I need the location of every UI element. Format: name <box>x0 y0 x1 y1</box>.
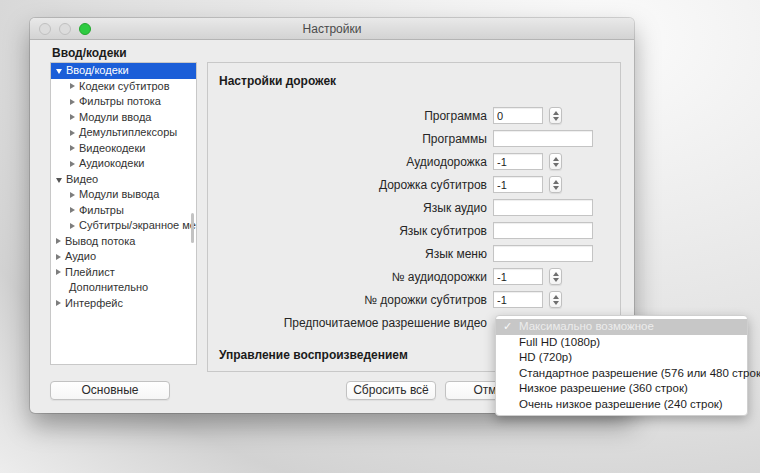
stepper-down-icon[interactable] <box>553 278 559 282</box>
audio-language-field[interactable] <box>493 199 593 216</box>
menu-item-very-low[interactable]: Очень низкое разрешение (240 строк) <box>496 397 747 413</box>
disclosure-right-icon[interactable] <box>70 130 75 136</box>
menu-item-label: Стандартное разрешение (576 или 480 стро… <box>519 367 760 379</box>
audio-track-stepper[interactable] <box>549 153 562 170</box>
subtitle-track-stepper[interactable] <box>549 176 562 193</box>
basic-mode-button[interactable]: Основные <box>50 381 170 400</box>
audio-track-id-field[interactable] <box>493 268 543 285</box>
stepper-up-icon[interactable] <box>553 111 559 115</box>
menu-item-hd[interactable]: HD (720p) <box>496 350 747 366</box>
field-label: Язык меню <box>208 247 493 261</box>
stepper-up-icon[interactable] <box>553 157 559 161</box>
sidebar-item-audio[interactable]: Аудио <box>51 249 196 265</box>
disclosure-right-icon[interactable] <box>70 114 75 120</box>
titlebar[interactable]: Настройки <box>30 18 634 40</box>
menu-item-sd[interactable]: Стандартное разрешение (576 или 480 стро… <box>496 366 747 382</box>
field-label: Программа <box>208 109 493 123</box>
stepper-down-icon[interactable] <box>553 163 559 167</box>
playback-section-title: Управление воспроизведением <box>219 348 408 362</box>
field-label: Язык аудио <box>208 201 493 215</box>
sidebar-item-label: Видео <box>66 172 98 188</box>
field-label: Программы <box>208 132 493 146</box>
disclosure-right-icon[interactable] <box>70 223 75 229</box>
disclosure-right-icon[interactable] <box>70 207 75 213</box>
audio-track-field[interactable] <box>493 153 543 170</box>
sidebar-scrollbar-thumb[interactable] <box>191 213 194 243</box>
resolution-dropdown-menu: Максимально возможное Full HD (1080p) HD… <box>495 315 748 416</box>
sidebar-item-demuxers[interactable]: Демультиплексоры <box>51 125 196 141</box>
menu-language-field[interactable] <box>493 245 593 262</box>
menu-item-low[interactable]: Низкое разрешение (360 строк) <box>496 381 747 397</box>
menu-item-label: Максимально возможное <box>519 320 654 332</box>
sidebar-item-output-modules[interactable]: Модули вывода <box>51 187 196 203</box>
sidebar-item-label: Вывод потока <box>65 234 135 250</box>
subtitle-language-field[interactable] <box>493 222 593 239</box>
pane-title: Ввод/кодеки <box>52 46 634 60</box>
field-row-audio-language: Язык аудио <box>208 196 620 219</box>
disclosure-right-icon[interactable] <box>70 161 75 167</box>
field-label: Предпочитаемое разрешение видео <box>208 316 493 330</box>
disclosure-right-icon[interactable] <box>70 192 75 198</box>
sidebar-item-playlist[interactable]: Плейлист <box>51 265 196 281</box>
sidebar-item-subtitles-osd[interactable]: Субтитры/экранное меню <box>51 218 196 234</box>
programs-field[interactable] <box>493 130 593 147</box>
disclosure-right-icon[interactable] <box>56 269 61 275</box>
field-row-menu-language: Язык меню <box>208 242 620 265</box>
stepper-down-icon[interactable] <box>553 301 559 305</box>
program-stepper[interactable] <box>549 107 562 124</box>
sidebar-item-label: Модули вывода <box>79 187 159 203</box>
field-label: Язык субтитров <box>208 224 493 238</box>
sidebar-item-advanced[interactable]: Дополнительно <box>51 280 196 296</box>
disclosure-right-icon[interactable] <box>56 300 61 306</box>
field-label: Аудиодорожка <box>208 155 493 169</box>
program-field[interactable] <box>493 107 543 124</box>
sidebar-item-stream-output[interactable]: Вывод потока <box>51 234 196 250</box>
checkmark-icon <box>503 319 512 335</box>
field-row-programs: Программы <box>208 127 620 150</box>
sidebar-item-filters[interactable]: Фильтры <box>51 203 196 219</box>
menu-item-max-resolution[interactable]: Максимально возможное <box>496 319 747 335</box>
sidebar-item-video[interactable]: Видео <box>51 172 196 188</box>
tracks-section-title: Настройки дорожек <box>219 74 336 88</box>
disclosure-right-icon[interactable] <box>56 238 61 244</box>
field-row-audio-track: Аудиодорожка <box>208 150 620 173</box>
field-label: № дорожки субтитров <box>208 293 493 307</box>
sidebar-item-label: Видеокодеки <box>79 141 145 157</box>
disclosure-down-icon[interactable] <box>56 178 62 183</box>
stepper-up-icon[interactable] <box>553 180 559 184</box>
reset-all-button[interactable]: Сбросить всё <box>346 381 436 400</box>
sidebar-item-label: Плейлист <box>65 265 115 281</box>
sidebar-item-interface[interactable]: Интерфейс <box>51 296 196 312</box>
disclosure-right-icon[interactable] <box>70 83 75 89</box>
stepper-up-icon[interactable] <box>553 295 559 299</box>
subtitle-track-id-stepper[interactable] <box>549 291 562 308</box>
sidebar-item-subtitle-codecs[interactable]: Кодеки субтитров <box>51 79 196 95</box>
disclosure-right-icon[interactable] <box>70 99 75 105</box>
stepper-up-icon[interactable] <box>553 272 559 276</box>
sidebar-item-label: Дополнительно <box>69 280 148 296</box>
menu-item-full-hd[interactable]: Full HD (1080p) <box>496 335 747 351</box>
sidebar-item-audio-codecs[interactable]: Аудиокодеки <box>51 156 196 172</box>
subtitle-track-field[interactable] <box>493 176 543 193</box>
sidebar-item-label: Интерфейс <box>65 296 123 312</box>
sidebar-item-label: Аудиокодеки <box>79 156 144 172</box>
sidebar-item-video-codecs[interactable]: Видеокодеки <box>51 141 196 157</box>
subtitle-track-id-field[interactable] <box>493 291 543 308</box>
sidebar-item-label: Демультиплексоры <box>79 125 177 141</box>
sidebar-item-input-codecs[interactable]: Ввод/кодеки <box>51 63 196 79</box>
sidebar-item-label: Фильтры потока <box>79 94 161 110</box>
disclosure-down-icon[interactable] <box>56 69 62 74</box>
menu-item-label: HD (720p) <box>519 351 572 363</box>
stepper-down-icon[interactable] <box>553 117 559 121</box>
sidebar-item-label: Ввод/кодеки <box>66 63 129 79</box>
field-label: № аудиодорожки <box>208 270 493 284</box>
sidebar-item-stream-filters[interactable]: Фильтры потока <box>51 94 196 110</box>
audio-track-id-stepper[interactable] <box>549 268 562 285</box>
stepper-down-icon[interactable] <box>553 186 559 190</box>
field-row-audio-track-id: № аудиодорожки <box>208 265 620 288</box>
field-row-subtitle-track: Дорожка субтитров <box>208 173 620 196</box>
field-rows: Программа Программы Аудиодорожка Дорожка… <box>208 104 620 334</box>
sidebar-item-input-modules[interactable]: Модули ввода <box>51 110 196 126</box>
disclosure-right-icon[interactable] <box>70 145 75 151</box>
disclosure-right-icon[interactable] <box>56 254 61 260</box>
